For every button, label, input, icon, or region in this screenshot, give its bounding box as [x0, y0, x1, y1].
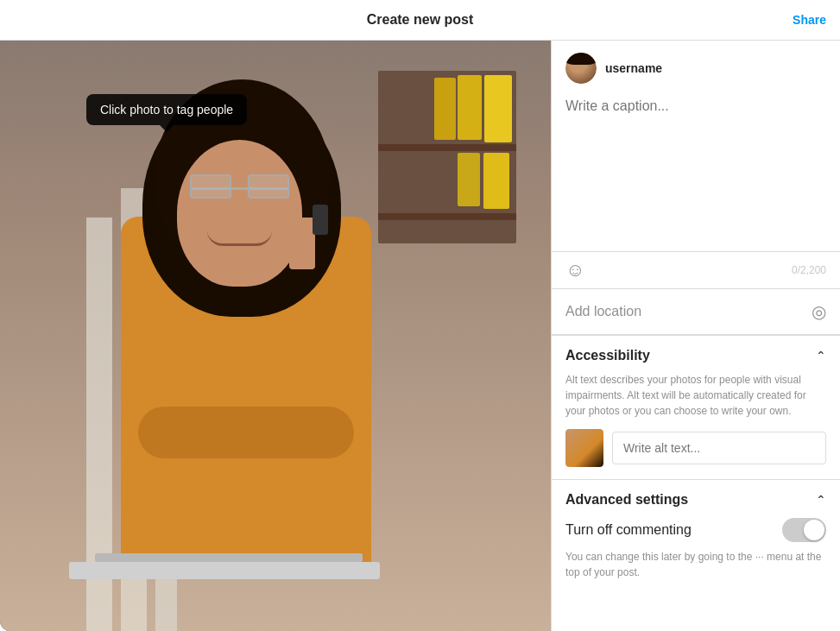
- create-post-modal: Create new post Share: [0, 0, 840, 631]
- emoji-icon[interactable]: ☺: [565, 259, 584, 281]
- commenting-toggle-helper: You can change this later by going to th…: [565, 549, 826, 580]
- advanced-settings-header[interactable]: Advanced settings ⌃: [565, 492, 826, 508]
- alt-text-thumbnail: [565, 429, 603, 467]
- advanced-settings-section: Advanced settings ⌃ Turn off commenting …: [552, 479, 840, 592]
- username-label: username: [605, 61, 662, 75]
- accessibility-description: Alt text describes your photos for peopl…: [565, 372, 826, 419]
- location-icon: ◎: [812, 301, 826, 322]
- commenting-toggle-switch[interactable]: [782, 518, 826, 542]
- modal-title: Create new post: [367, 12, 474, 28]
- modal-body: Click photo to tag people username: [0, 41, 840, 631]
- accessibility-title: Accessibility: [565, 348, 650, 363]
- photo-image[interactable]: Click photo to tag people: [0, 41, 551, 631]
- caption-footer: ☺ 0/2,200: [552, 251, 840, 288]
- location-input[interactable]: Add location: [565, 304, 641, 319]
- share-button[interactable]: Share: [793, 13, 826, 27]
- alt-text-input[interactable]: [612, 432, 826, 464]
- commenting-toggle-row: Turn off commenting: [565, 518, 826, 542]
- toggle-knob: [804, 520, 824, 540]
- commenting-toggle-label: Turn off commenting: [565, 522, 692, 538]
- location-row[interactable]: Add location ◎: [552, 288, 840, 335]
- caption-input[interactable]: [565, 96, 826, 225]
- caption-area: [552, 96, 840, 251]
- tag-people-tooltip: Click photo to tag people: [86, 94, 247, 125]
- advanced-settings-chevron-icon: ⌃: [816, 493, 826, 507]
- char-count: 0/2,200: [792, 264, 826, 276]
- alt-text-row: [565, 429, 826, 467]
- accessibility-section-header[interactable]: Accessibility ⌃: [565, 348, 826, 363]
- photo-panel[interactable]: Click photo to tag people: [0, 41, 551, 631]
- avatar: [565, 53, 597, 84]
- modal-header: Create new post Share: [0, 0, 840, 41]
- accessibility-chevron-icon: ⌃: [816, 349, 826, 363]
- bookshelf: [378, 71, 534, 261]
- accessibility-section: Accessibility ⌃ Alt text describes your …: [552, 335, 840, 479]
- advanced-settings-title: Advanced settings: [565, 492, 688, 508]
- accessibility-section-content: Alt text describes your photos for peopl…: [565, 372, 826, 467]
- user-info-row: username: [552, 41, 840, 96]
- right-panel: username ☺ 0/2,200 Add location ◎ Access…: [551, 41, 840, 631]
